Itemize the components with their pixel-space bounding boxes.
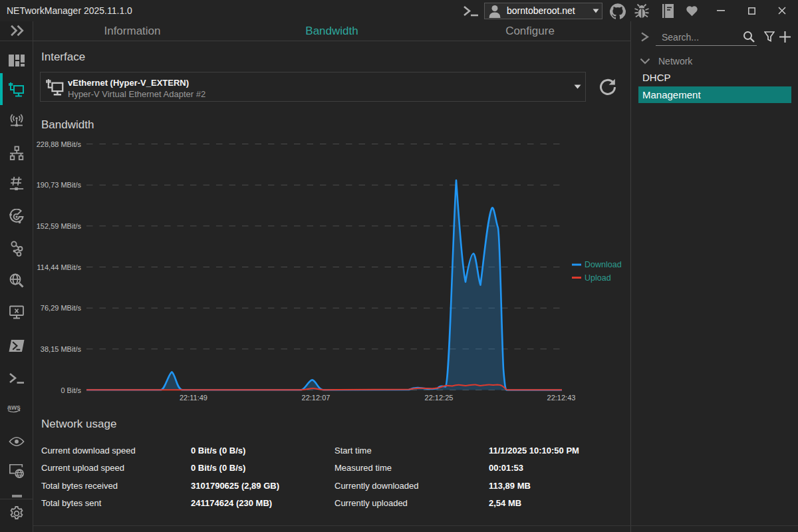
svg-text:22:12:25: 22:12:25 (425, 394, 454, 402)
svg-text:114,44 MBit/s: 114,44 MBit/s (37, 263, 82, 271)
svg-text:aws: aws (7, 403, 21, 411)
svg-text:22:12:07: 22:12:07 (302, 394, 331, 402)
svg-text:22:12:43: 22:12:43 (547, 394, 576, 402)
svg-text:38,15 MBit/s: 38,15 MBit/s (41, 345, 82, 353)
svg-text:0 Bit/s: 0 Bit/s (61, 386, 81, 394)
svg-text:190,73 MBit/s: 190,73 MBit/s (37, 181, 82, 189)
svg-text:22:11:49: 22:11:49 (180, 394, 207, 402)
svg-text:Upload: Upload (585, 273, 611, 283)
svg-text:Download: Download (585, 260, 622, 269)
svg-text:152,59 MBit/s: 152,59 MBit/s (37, 222, 82, 230)
svg-text:76,29 MBit/s: 76,29 MBit/s (41, 304, 82, 312)
svg-text:228,88 MBit/s: 228,88 MBit/s (37, 140, 82, 148)
